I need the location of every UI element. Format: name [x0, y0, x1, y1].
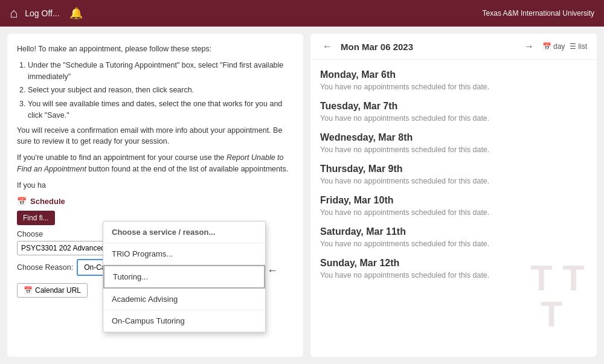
calendar-day-block: Tuesday, Mar 7th You have no appointment… [320, 101, 587, 123]
notification-bell-icon[interactable]: 🔔 [69, 7, 83, 20]
university-name: Texas A&M International University [483, 9, 594, 18]
day-view-label: day [553, 42, 565, 51]
dropdown-item-trio[interactable]: TRiO Programs... [103, 243, 265, 265]
calendar-url-icon: 📅 [24, 286, 33, 295]
schedule-header: 📅 Schedule [17, 197, 294, 206]
day-view-button[interactable]: 📅 day [542, 42, 565, 51]
day-no-appointments: You have no appointments scheduled for t… [320, 83, 587, 91]
day-no-appointments: You have no appointments scheduled for t… [320, 145, 587, 154]
right-panel: T T T ← Mon Mar 06 2023 → 📅 day ☰ list M… [310, 34, 597, 357]
left-panel: Hello! To make an appointment, please fo… [7, 34, 303, 357]
day-no-appointments: You have no appointments scheduled for t… [320, 208, 587, 217]
calendar-view-buttons: 📅 day ☰ list [542, 42, 587, 51]
list-view-button[interactable]: ☰ list [570, 42, 587, 51]
calendar-url-label: Calendar URL [35, 286, 81, 295]
day-no-appointments: You have no appointments scheduled for t… [320, 114, 587, 123]
instructions-intro: Hello! To make an appointment, please fo… [17, 43, 294, 55]
logo-icon: ⌂ [10, 5, 18, 21]
calendar-day-block: Monday, Mar 6th You have no appointments… [320, 69, 587, 91]
log-off-link[interactable]: Log Off... [25, 8, 59, 18]
dropdown-item-oncampus[interactable]: On-Campus Tutoring [103, 310, 265, 332]
day-title: Monday, Mar 6th [320, 69, 587, 80]
reason-label: Choose Reason: [17, 263, 73, 272]
day-no-appointments: You have no appointments scheduled for t… [320, 177, 587, 185]
calendar-day-block: Sunday, Mar 12th You have no appointment… [320, 258, 587, 279]
schedule-title: Schedule [30, 197, 65, 206]
dropdown-item-advising[interactable]: Academic Advising [103, 289, 265, 310]
calendar-header: ← Mon Mar 06 2023 → 📅 day ☰ list [310, 34, 597, 60]
calendar-day-block: Saturday, Mar 11th You have no appointme… [320, 226, 587, 248]
tutoring-arrow: ← [267, 264, 278, 277]
instructions-block: Hello! To make an appointment, please fo… [17, 43, 294, 191]
list-view-icon: ☰ [570, 42, 576, 51]
unable-text: If you're unable to find an appointment … [17, 152, 294, 175]
top-navigation: ⌂ Log Off... 🔔 Texas A&M International U… [0, 0, 604, 27]
instruction-step-2: Select your subject and reason, then cli… [28, 85, 294, 96]
day-title: Wednesday, Mar 8th [320, 132, 587, 143]
calendar-url-button[interactable]: 📅 Calendar URL [17, 283, 88, 298]
schedule-calendar-icon: 📅 [17, 197, 27, 206]
day-title: Friday, Mar 10th [320, 195, 587, 206]
calendar-body: Monday, Mar 6th You have no appointments… [310, 60, 597, 289]
main-layout: Hello! To make an appointment, please fo… [0, 27, 604, 364]
day-no-appointments: You have no appointments scheduled for t… [320, 271, 587, 279]
calendar-day-block: Friday, Mar 10th You have no appointment… [320, 195, 587, 217]
unable-suffix: button found at the end of the list of a… [86, 165, 288, 173]
calendar-title: Mon Mar 06 2023 [341, 42, 516, 52]
day-view-icon: 📅 [542, 42, 551, 51]
day-title: Sunday, Mar 12th [320, 258, 587, 269]
calendar-prev-button[interactable]: ← [320, 41, 335, 52]
calendar-day-block: Wednesday, Mar 8th You have no appointme… [320, 132, 587, 154]
day-title: Tuesday, Mar 7th [320, 101, 587, 112]
find-first-available-button[interactable]: Find fi... [17, 211, 55, 225]
calendar-day-block: Thursday, Mar 9th You have no appointmen… [320, 164, 587, 185]
list-view-label: list [578, 42, 587, 51]
if-you-have-text: If you ha [17, 180, 294, 191]
dropdown-item-tutoring[interactable]: Tutoring... [103, 265, 265, 289]
dropdown-header: Choose a service / reason... [103, 222, 265, 243]
instructions-list: Under the "Schedule a Tutoring Appointme… [28, 60, 294, 121]
service-reason-dropdown: Choose a service / reason... TRiO Progra… [103, 221, 266, 333]
instruction-step-3: You will see available times and dates, … [28, 98, 294, 121]
day-title: Saturday, Mar 11th [320, 226, 587, 237]
unable-prefix: If you're unable to find an appointment … [17, 153, 226, 162]
calendar-next-button[interactable]: → [522, 41, 536, 52]
confirmation-text: You will receive a confirmation email wi… [17, 125, 294, 148]
day-title: Thursday, Mar 9th [320, 164, 587, 174]
instruction-step-1: Under the "Schedule a Tutoring Appointme… [28, 60, 294, 83]
day-no-appointments: You have no appointments scheduled for t… [320, 240, 587, 248]
